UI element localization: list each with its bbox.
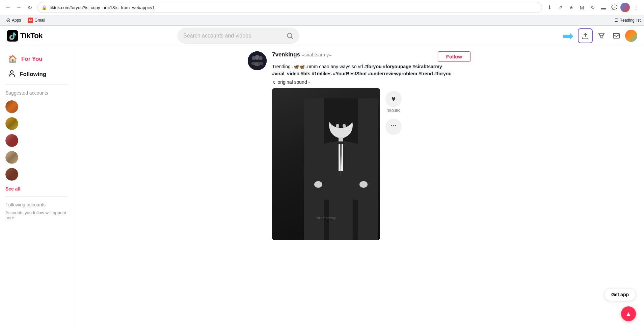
post-header: 7venkings ≡sirabtsarmy≡ Follow — [272, 51, 471, 62]
sidebar-divider — [5, 84, 69, 85]
sidebar: 🏠 For You Following Suggested accounts — [0, 46, 74, 328]
video-player[interactable]: sirabtsarmy — [272, 88, 380, 240]
search-button[interactable] — [287, 32, 293, 39]
user-avatar-button[interactable] — [625, 30, 637, 42]
bookmark-button[interactable]: ★ — [566, 3, 576, 12]
address-bar[interactable]: 🔒 tiktok.com/foryou?is_copy_url=1&is_fro… — [37, 2, 542, 13]
extensions-button[interactable]: ▬ — [599, 3, 608, 12]
suggested-account-5[interactable] — [0, 166, 74, 183]
browser-action-buttons: ⬇ ⇗ ★ M ↻ ▬ 💬 ⋮ — [545, 3, 641, 12]
search-icon — [287, 32, 293, 39]
video-post: 7venkings ≡sirabtsarmy≡ Follow Trending.… — [248, 51, 471, 240]
forward-button[interactable]: → — [14, 3, 24, 12]
see-all-button[interactable]: See all — [0, 184, 26, 194]
suggested-account-3[interactable] — [0, 132, 74, 149]
filter-button[interactable] — [595, 30, 608, 42]
gmail-bookmark[interactable]: M Gmail — [25, 17, 48, 24]
messages-icon — [613, 32, 620, 40]
tiktok-logo[interactable]: TikTok — [7, 30, 43, 42]
video-content-figure — [304, 98, 378, 240]
reload-button[interactable]: ↻ — [25, 3, 34, 12]
sidebar-item-for-you[interactable]: 🏠 For You — [3, 52, 71, 66]
reading-list[interactable]: ☰ Reading list — [614, 18, 641, 23]
back-button[interactable]: ← — [3, 3, 13, 12]
filter-icon — [598, 32, 605, 40]
svg-point-21 — [314, 181, 322, 188]
browser-profile-button[interactable] — [620, 3, 630, 12]
get-app-button[interactable]: Get app — [604, 288, 636, 301]
suggested-account-4[interactable] — [0, 149, 74, 166]
arrow-indicator: ➡ — [562, 28, 574, 44]
like-action: ♥ 150.6K — [385, 91, 402, 113]
post-handle: ≡sirabtsarmy≡ — [302, 52, 332, 57]
comment-action — [385, 119, 402, 135]
video-actions: ♥ 150.6K — [385, 88, 402, 135]
tiktok-logo-icon — [7, 30, 18, 42]
upload-icon — [582, 32, 589, 40]
svg-point-22 — [359, 181, 368, 188]
gmail-label: Gmail — [34, 18, 45, 23]
bookmarks-bar: ⊝ Apps M Gmail ☰ Reading list — [0, 15, 644, 26]
upload-button[interactable] — [578, 28, 593, 43]
refresh-extension-button[interactable]: ↻ — [588, 3, 597, 12]
video-watermark: sirabtsarmy — [317, 216, 336, 220]
apps-label: Apps — [12, 18, 21, 23]
search-input[interactable] — [183, 33, 284, 39]
sidebar-following-label: Following — [20, 71, 46, 78]
svg-point-26 — [395, 125, 396, 126]
home-icon: 🏠 — [8, 55, 17, 64]
url-text: tiktok.com/foryou?is_copy_url=1&is_from_… — [50, 5, 538, 10]
sidebar-divider-2 — [5, 196, 69, 197]
search-bar[interactable] — [178, 28, 299, 44]
following-empty-text: Accounts you follow will appear here — [0, 209, 74, 223]
heart-icon: ♥ — [391, 95, 396, 103]
post-sound[interactable]: ♫ original sound - — [272, 79, 471, 85]
sidebar-for-you-label: For You — [21, 56, 43, 62]
post-author-avatar[interactable] — [248, 51, 267, 70]
apps-bookmark[interactable]: ⊝ Apps — [3, 16, 24, 24]
messaging-extension-button[interactable]: 💬 — [610, 3, 619, 12]
tiktok-app: TikTok ➡ — [0, 26, 644, 328]
tiktok-header: TikTok ➡ — [0, 26, 644, 46]
account-avatar-2 — [5, 117, 18, 130]
gmail-extension-button[interactable]: M — [577, 3, 587, 12]
follow-button[interactable]: Follow — [438, 51, 471, 62]
tiktok-main: 🏠 For You Following Suggested accounts — [0, 46, 644, 328]
tiktok-logo-text: TikTok — [20, 31, 43, 40]
post-description: Trending..🦋🦋..umm chao any ways so vrl #… — [272, 63, 471, 77]
account-avatar-4 — [5, 151, 18, 164]
suggested-accounts-list — [0, 97, 74, 184]
video-wrapper: sirabtsarmy ♥ 150.6K — [272, 88, 471, 240]
reading-list-icon: ☰ — [614, 18, 618, 23]
post-username[interactable]: 7venkings — [272, 51, 300, 58]
reading-list-label: Reading list — [619, 18, 641, 23]
suggested-account-2[interactable] — [0, 115, 74, 132]
video-placeholder: sirabtsarmy — [272, 88, 380, 240]
download-button[interactable]: ⬇ — [545, 3, 554, 12]
music-note-icon: ♫ — [272, 79, 276, 85]
gmail-icon: M — [28, 18, 33, 23]
following-accounts-title: Following accounts — [0, 199, 74, 209]
svg-point-11 — [258, 62, 263, 65]
apps-grid-icon: ⊝ — [6, 17, 10, 23]
svg-point-17 — [336, 124, 339, 128]
share-button[interactable]: ⇗ — [556, 3, 565, 12]
post-content: 7venkings ≡sirabtsarmy≡ Follow Trending.… — [272, 51, 471, 240]
account-avatar-1 — [5, 100, 18, 113]
suggested-account-1[interactable] — [0, 98, 74, 115]
comment-button[interactable] — [385, 119, 402, 135]
scroll-top-button[interactable]: ▲ — [621, 306, 636, 321]
sidebar-item-following[interactable]: Following — [3, 67, 71, 82]
content-area: 7venkings ≡sirabtsarmy≡ Follow Trending.… — [74, 46, 644, 328]
messages-button[interactable] — [610, 30, 622, 42]
like-button[interactable]: ♥ — [385, 91, 402, 107]
svg-rect-5 — [248, 51, 267, 70]
ssl-lock-icon: 🔒 — [42, 5, 47, 10]
svg-point-4 — [10, 71, 13, 73]
account-avatar-5 — [5, 168, 18, 181]
browser-toolbar: ← → ↻ 🔒 tiktok.com/foryou?is_copy_url=1&… — [0, 0, 644, 15]
more-button[interactable]: ⋮ — [631, 3, 641, 12]
header-actions: ➡ — [562, 28, 637, 44]
svg-rect-3 — [613, 33, 619, 38]
browser-nav-buttons: ← → ↻ — [3, 3, 34, 12]
